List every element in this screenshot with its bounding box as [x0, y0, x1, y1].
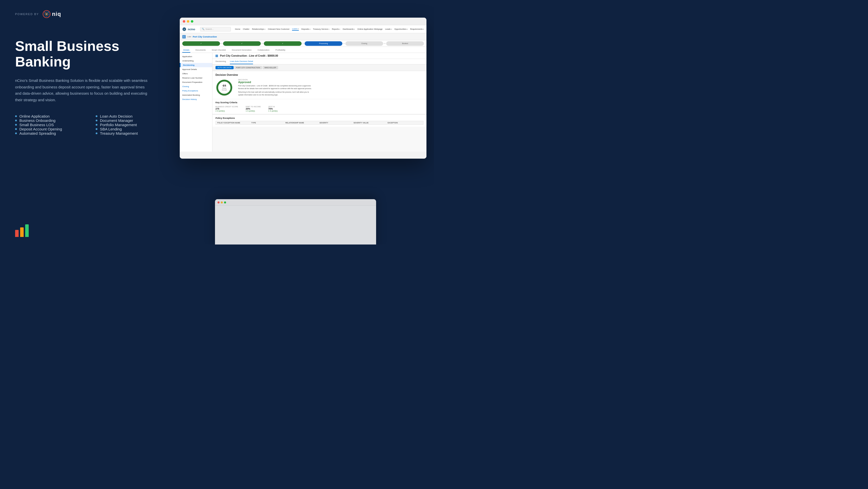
- subtab-port-city[interactable]: PORT CITY CONSTRUCTION: [234, 66, 262, 69]
- step-processing: Processing: [305, 41, 342, 46]
- sidebar-item-doc-prep[interactable]: Document Preparation: [180, 80, 212, 84]
- niq-logo: niq: [42, 10, 61, 18]
- sidebar-item-closing[interactable]: Closing: [180, 84, 212, 89]
- sidebar: Application Underwriting Decisioning App…: [180, 53, 213, 152]
- policy-exceptions-section: Policy Exceptions POLICY EXCEPTION NAME …: [213, 114, 427, 127]
- tab-smart-checklist[interactable]: Smart Checklist: [211, 49, 227, 53]
- sidebar-item-underwriting[interactable]: Underwriting: [180, 59, 212, 63]
- nav-item-relationships[interactable]: Relationships▾: [252, 28, 265, 30]
- nav-item-dashboards[interactable]: Dashboards▾: [343, 28, 355, 30]
- step-1: ✓: [182, 41, 220, 46]
- scoring-points-dti: 1 /1 point(s): [246, 110, 261, 112]
- features-grid: Online Application Business Onboarding S…: [15, 114, 166, 135]
- scoring-value-dti: 20%: [246, 108, 261, 110]
- chrome-close[interactable]: [183, 20, 185, 23]
- chrome-close-bottom[interactable]: [217, 202, 219, 204]
- ncino-logo-text: ncino: [188, 28, 195, 31]
- scoring-label-credit: BUSINESS CREDIT SCORE: [216, 106, 238, 108]
- breadcrumb-loan-name[interactable]: Port City Construction: [193, 35, 217, 38]
- feature-item: Loan Auto Decision: [96, 114, 166, 118]
- bullet-icon: [96, 124, 97, 126]
- tab-decisioning-main[interactable]: Decisioning: [216, 59, 226, 64]
- nav-item-onboard[interactable]: Onboard New Customer: [268, 28, 289, 30]
- description-text: nCino's Small Business Banking Solution …: [15, 77, 151, 103]
- tab-profitability[interactable]: Profitability: [274, 49, 286, 53]
- chrome-minimize[interactable]: [187, 20, 189, 23]
- feature-item: Document Manager: [96, 118, 166, 123]
- bullet-icon: [96, 128, 97, 130]
- browser-bottom-content: [215, 206, 376, 245]
- svg-line-5: [47, 11, 49, 13]
- policy-col-type: TYPE: [251, 122, 285, 124]
- scoring-grid: BUSINESS CREDIT SCORE 275 2 /2 point(s) …: [216, 106, 424, 112]
- decision-desc-2: Returning to the loan wall will not auto…: [238, 91, 314, 96]
- nav-item-requirements[interactable]: Requirements▾: [410, 28, 424, 30]
- key-scoring-section: Key Scoring Criteria BUSINESS CREDIT SCO…: [213, 99, 427, 114]
- nav-item-online-app[interactable]: Online Application Webpage: [357, 28, 382, 30]
- sidebar-item-reserve-loan[interactable]: Reserve Loan Number: [180, 76, 212, 80]
- sidebar-item-approval[interactable]: Approval Details: [180, 67, 212, 71]
- chrome-maximize[interactable]: [191, 20, 193, 23]
- scoring-item-zest: ZEST AI 70% 1 /1 point(s): [268, 106, 278, 112]
- chrome-max-bottom[interactable]: [224, 202, 226, 204]
- svg-text:n: n: [184, 28, 185, 30]
- nav-item-opportunities[interactable]: Opportunities▾: [395, 28, 408, 30]
- bottom-bar-chart: [15, 224, 29, 237]
- sidebar-item-decisioning[interactable]: Decisioning: [180, 63, 212, 67]
- policy-title: Policy Exceptions: [216, 117, 424, 119]
- browser-window: n ncino 🔍 Search... Home Chatter Relatio…: [180, 18, 427, 159]
- scoring-item-dti: DEBT TO INCOME 20% 1 /1 point(s): [246, 106, 261, 112]
- bar-green: [25, 224, 29, 237]
- scoring-points-zest: 1 /1 point(s): [268, 110, 278, 112]
- ncino-app: n ncino 🔍 Search... Home Chatter Relatio…: [180, 25, 427, 159]
- nav-item-treasury[interactable]: Treasury Service▾: [313, 28, 329, 30]
- bullet-icon: [15, 115, 17, 117]
- sidebar-item-decision-history[interactable]: Decision History: [180, 97, 212, 101]
- nav-item-reports[interactable]: Reports▾: [332, 28, 340, 30]
- nav-item-loans[interactable]: Loans▾: [292, 28, 299, 31]
- tab-documents[interactable]: Documents: [194, 49, 207, 53]
- subtab-auto-decision[interactable]: AUTO-DECISION: [216, 66, 234, 69]
- loan-icon: L: [182, 35, 186, 38]
- chrome-min-bottom[interactable]: [221, 202, 223, 204]
- svg-point-3: [46, 13, 47, 14]
- scoring-value-zest: 70%: [268, 108, 278, 110]
- browser-chrome: [180, 18, 427, 25]
- nav-item-chatter[interactable]: Chatter: [243, 28, 249, 30]
- niq-logo-icon: [42, 10, 51, 18]
- main-tabs: Details Documents Smart Checklist Docume…: [180, 47, 427, 53]
- nav-item-leads[interactable]: Leads▾: [385, 28, 392, 30]
- nav-item-home[interactable]: Home: [235, 28, 240, 30]
- policy-col-exception: EXCEPTION: [388, 122, 422, 124]
- tab-loan-auto-decision[interactable]: Loan Auto Decision Detail: [230, 59, 253, 64]
- decision-tabs: Decisioning Loan Auto Decision Detail: [213, 59, 427, 64]
- feature-item: Small Business LOS: [15, 123, 86, 127]
- policy-col-rel-name: RELATIONSHIP NAME: [285, 122, 319, 124]
- scoring-value-credit: 275: [216, 108, 238, 110]
- sidebar-item-application[interactable]: Application: [180, 54, 212, 59]
- tab-collaboration[interactable]: Collaboration: [256, 49, 270, 53]
- tab-doc-generation[interactable]: Document Generation: [231, 49, 252, 53]
- search-placeholder: Search...: [206, 28, 214, 30]
- record-icon: [216, 55, 218, 57]
- bullet-icon: [96, 120, 97, 121]
- browser-window-bottom: [215, 199, 376, 245]
- subtab-mike-keller[interactable]: MIKE KELLER: [262, 66, 278, 69]
- tab-details[interactable]: Details: [182, 49, 190, 53]
- breadcrumb-label: Loan: [187, 36, 191, 37]
- decision-label: DECISION: [238, 79, 424, 81]
- sidebar-item-offers[interactable]: Offers: [180, 71, 212, 76]
- record-title-bar: Port City Construction - Line of Credit …: [213, 53, 427, 59]
- decision-overview: Decision Overview 4/4 Points Ear: [213, 71, 427, 99]
- record-title-text: Port City Construction - Line of Credit …: [220, 54, 278, 57]
- sidebar-item-automated-booking[interactable]: Automated Booking: [180, 93, 212, 97]
- ncino-search-box[interactable]: 🔍 Search...: [200, 27, 231, 31]
- nav-item-deposits[interactable]: Deposits▾: [301, 28, 310, 30]
- feature-item: Online Application: [15, 114, 86, 118]
- policy-col-severity: SEVERITY: [319, 122, 353, 124]
- bullet-icon: [15, 132, 17, 134]
- content-area: Application Underwriting Decisioning App…: [180, 53, 427, 152]
- donut-value: 4/4 Points Earned: [220, 84, 229, 91]
- powered-by-section: POWERED BY niq: [15, 10, 166, 18]
- sidebar-item-policy-exceptions[interactable]: Policy Exceptions: [180, 89, 212, 93]
